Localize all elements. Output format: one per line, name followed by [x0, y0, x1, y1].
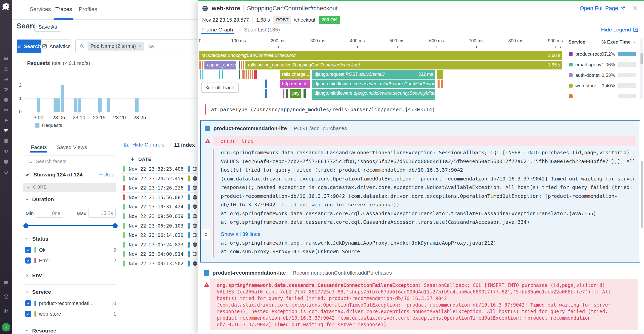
- help-icon[interactable]: ?: [3, 294, 9, 300]
- facet-duration-header[interactable]: Duration: [25, 196, 54, 202]
- legend-col-exec[interactable]: % Exec Time: [602, 39, 636, 45]
- security-icon[interactable]: [3, 159, 9, 165]
- hide-controls-button[interactable]: Hide Controls: [124, 141, 170, 148]
- slider-handle-min[interactable]: [23, 223, 28, 228]
- facet-status-header[interactable]: Status: [25, 236, 48, 242]
- tab-saved-views[interactable]: Saved Views: [57, 144, 87, 150]
- chat-icon[interactable]: [3, 280, 9, 285]
- panel-scrollbar-thumb[interactable]: [641, 161, 643, 228]
- facet-value-row[interactable]: product-recommendati... 10: [25, 300, 116, 307]
- flame-span[interactable]: [438, 80, 439, 88]
- mode-analytics-button[interactable]: Analytics: [41, 40, 71, 53]
- show-all-lines-link[interactable]: Show all 39 lines: [221, 231, 261, 237]
- nav-tab-services[interactable]: Services: [30, 6, 51, 13]
- flame-span[interactable]: http.request ...: [280, 80, 310, 88]
- duration-max-input[interactable]: 15.2s: [89, 209, 116, 218]
- flame-span[interactable]: [304, 89, 306, 98]
- flame-span[interactable]: django.request POST api/v1/email/332 ms: [312, 70, 435, 79]
- search-input[interactable]: Pod Name:(2 terms) × Se: [75, 40, 216, 53]
- flame-span[interactable]: [202, 61, 203, 69]
- nav-tab-profiles[interactable]: Profiles: [79, 6, 97, 13]
- flame-span[interactable]: [244, 70, 245, 79]
- tab-span-list[interactable]: Span List (135): [244, 25, 280, 33]
- add-facet-button[interactable]: Add: [99, 172, 114, 178]
- facet-resource-header[interactable]: Resource: [25, 328, 56, 334]
- facet-env-header[interactable]: Env: [25, 272, 42, 278]
- monitors-icon[interactable]: [3, 97, 9, 103]
- column-date[interactable]: DATE: [138, 157, 151, 162]
- tab-flame-graph[interactable]: Flame Graph: [202, 25, 233, 33]
- flame-span[interactable]: aspnet_core.req...: [204, 61, 236, 69]
- flame-span[interactable]: [441, 80, 443, 88]
- filter-pill[interactable]: Pod Name:(2 terms) ×: [88, 42, 144, 51]
- flame-span[interactable]: [283, 89, 285, 98]
- checkbox-checked[interactable]: [25, 311, 31, 317]
- sort-down-icon[interactable]: [130, 157, 135, 162]
- flame-span[interactable]: [219, 70, 220, 79]
- flame-span[interactable]: [265, 89, 267, 98]
- legend-col-service[interactable]: Service: [568, 39, 591, 45]
- nav-tab-traces[interactable]: Traces: [55, 6, 72, 13]
- core-group-header[interactable]: CORE: [23, 183, 116, 192]
- facet-value-row[interactable]: Ok 9: [25, 246, 116, 254]
- gauge-icon[interactable]: [3, 107, 9, 113]
- mode-search-button[interactable]: Search: [17, 40, 41, 53]
- pill-remove-icon[interactable]: ×: [138, 43, 141, 49]
- notebooks-icon[interactable]: [3, 138, 9, 144]
- close-icon[interactable]: [632, 6, 638, 11]
- flame-span[interactable]: [242, 70, 243, 79]
- legend-scrollbar[interactable]: [640, 38, 643, 99]
- dashboards-icon[interactable]: [3, 66, 9, 72]
- flame-span[interactable]: [241, 61, 242, 69]
- logs-icon[interactable]: [3, 149, 9, 154]
- open-full-page-link[interactable]: Open Full Page: [580, 5, 625, 12]
- flame-span[interactable]: [254, 70, 257, 79]
- facet-value-row[interactable]: web-store 1: [25, 310, 116, 318]
- slider-handle-max[interactable]: [113, 223, 118, 228]
- flame-span[interactable]: [250, 70, 251, 79]
- flame-span[interactable]: [239, 70, 240, 79]
- flame-span[interactable]: django.middleware corsheaders.middleware…: [312, 80, 435, 88]
- flame-span[interactable]: [248, 70, 249, 79]
- flame-span[interactable]: rails.action_controller ShoppingCartCont…: [245, 61, 562, 69]
- save-as-button[interactable]: Save As: [34, 22, 61, 32]
- expand-stack-button[interactable]: [201, 229, 210, 240]
- checkbox-checked[interactable]: [25, 257, 31, 264]
- flame-span[interactable]: [437, 70, 444, 79]
- flame-span[interactable]: [265, 80, 267, 88]
- flame-span[interactable]: [286, 89, 288, 98]
- flame-span[interactable]: rack.request ShoppingCartController#chec…: [199, 51, 562, 60]
- legend-row[interactable]: email-api-py 1.06%: [563, 60, 639, 69]
- apm-icon[interactable]: [3, 128, 9, 134]
- flame-span[interactable]: [202, 70, 203, 79]
- integrations-icon[interactable]: [3, 118, 9, 123]
- users-icon[interactable]: [3, 308, 9, 314]
- hide-legend-button[interactable]: Hide Legend: [601, 25, 638, 33]
- org-avatar[interactable]: [2, 323, 10, 331]
- duration-min-input[interactable]: 0ns: [36, 209, 63, 218]
- facet-value-row[interactable]: Error 2: [25, 257, 116, 264]
- flame-span[interactable]: [222, 70, 223, 79]
- flame-span[interactable]: [200, 70, 201, 79]
- pencil-icon[interactable]: [25, 172, 30, 177]
- facet-service-header[interactable]: Service: [25, 289, 51, 295]
- facet-search-input[interactable]: Search facets: [24, 156, 116, 167]
- legend-row[interactable]: [563, 92, 639, 100]
- flame-span[interactable]: django.middleware django.middleware.secu…: [312, 89, 435, 98]
- flame-span[interactable]: [252, 70, 253, 79]
- watchdog-icon[interactable]: [3, 56, 9, 61]
- legend-scrollbar-thumb[interactable]: [640, 53, 643, 64]
- checkbox-checked[interactable]: [25, 247, 31, 253]
- synthetics-icon[interactable]: [3, 169, 9, 175]
- flame-span[interactable]: [246, 70, 247, 79]
- flame-span[interactable]: [239, 61, 240, 69]
- legend-row[interactable]: auth-dotnet 0.53%: [563, 71, 639, 80]
- tab-facets[interactable]: Facets: [31, 144, 47, 150]
- metrics-icon[interactable]: [3, 77, 9, 82]
- infrastructure-icon[interactable]: [3, 87, 9, 92]
- full-trace-button[interactable]: Full Trace: [201, 83, 239, 93]
- legend-row[interactable]: product-reco... 97.2%: [563, 50, 639, 58]
- legend-row[interactable]: web-store 0.40%: [563, 82, 639, 90]
- flame-span[interactable]: [243, 61, 244, 69]
- datadog-logo[interactable]: [1, 2, 11, 12]
